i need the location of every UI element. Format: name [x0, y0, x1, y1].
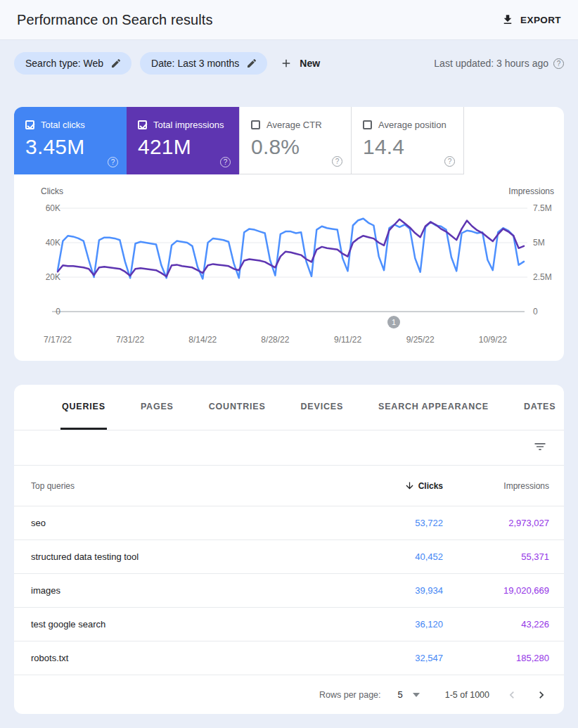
page-title: Performance on Search results: [17, 12, 213, 28]
right-axis-tick: 5M: [533, 238, 545, 248]
clicks-line: [58, 219, 524, 279]
tab-pages[interactable]: PAGES: [139, 385, 175, 430]
export-button[interactable]: EXPORT: [501, 13, 561, 26]
tab-queries[interactable]: QUERIES: [60, 385, 107, 430]
query-cell: robots.txt: [31, 653, 345, 663]
pagination-range: 1-5 of 1000: [445, 690, 489, 700]
new-filter-button[interactable]: New: [280, 57, 320, 70]
right-axis-tick: 7.5M: [533, 203, 552, 213]
download-icon: [501, 13, 514, 26]
table-row[interactable]: test google search36,12043,226: [14, 608, 564, 641]
table-row[interactable]: seo53,7222,973,027: [14, 506, 564, 540]
table-header-row: Top queries Clicks Impressions: [14, 466, 564, 506]
timeseries-chart[interactable]: [14, 107, 564, 361]
dimensions-table-panel: QUERIES PAGES COUNTRIES DEVICES SEARCH A…: [14, 385, 564, 714]
impressions-cell: 19,020,669: [443, 585, 549, 596]
x-axis-tick-label: 10/9/22: [479, 335, 507, 345]
impressions-cell: 2,973,027: [443, 518, 549, 528]
date-chip[interactable]: Date: Last 3 months: [140, 52, 267, 75]
chevron-right-icon: [534, 688, 548, 702]
x-axis-tick-label: 8/14/22: [188, 335, 217, 345]
table-row[interactable]: structured data testing tool40,45255,371: [14, 540, 564, 574]
filter-icon: [533, 440, 547, 454]
next-page-button[interactable]: [534, 688, 548, 702]
sort-arrow-down-icon: [404, 480, 415, 491]
x-axis-tick-label: 7/17/22: [44, 335, 72, 345]
last-updated: Last updated: 3 hours ago: [434, 58, 564, 69]
help-icon[interactable]: [553, 58, 564, 69]
tab-devices[interactable]: DEVICES: [300, 385, 345, 430]
right-axis-title: Impressions: [508, 186, 554, 196]
table-body: seo53,7222,973,027structured data testin…: [14, 506, 564, 675]
column-header-clicks[interactable]: Clicks: [345, 480, 443, 491]
left-axis-tick: 40K: [14, 238, 60, 248]
clicks-cell: 40,452: [345, 551, 443, 562]
export-label: EXPORT: [520, 15, 561, 25]
query-cell: structured data testing tool: [31, 551, 345, 562]
column-header-top-queries[interactable]: Top queries: [31, 481, 345, 491]
top-bar: Performance on Search results EXPORT: [0, 0, 578, 40]
search-type-chip[interactable]: Search type: Web: [14, 52, 131, 75]
query-cell: seo: [31, 518, 345, 528]
rows-per-page-label: Rows per page:: [319, 690, 381, 700]
previous-page-button[interactable]: [505, 688, 519, 702]
clicks-cell: 39,934: [345, 585, 443, 596]
right-axis-tick: 0: [533, 307, 538, 317]
performance-chart-panel: Total clicks 3.45M Total impressions 421…: [14, 107, 564, 361]
table-row[interactable]: robots.txt32,547185,280: [14, 641, 564, 675]
new-filter-label: New: [300, 58, 320, 69]
right-axis-tick: 2.5M: [533, 272, 552, 282]
table-toolbar: [14, 430, 564, 466]
plus-icon: [280, 57, 293, 70]
query-cell: test google search: [31, 619, 345, 630]
query-cell: images: [31, 585, 345, 596]
column-header-clicks-label: Clicks: [418, 481, 443, 491]
pagination-bar: Rows per page: 5 1-5 of 1000: [14, 675, 564, 714]
x-axis-tick-label: 7/31/22: [116, 335, 144, 345]
tab-countries[interactable]: COUNTRIES: [207, 385, 267, 430]
pencil-icon: [110, 58, 122, 69]
x-axis-tick-label: 8/28/22: [261, 335, 289, 345]
tab-dates[interactable]: DATES: [522, 385, 557, 430]
clicks-cell: 32,547: [345, 653, 443, 663]
last-updated-text: Last updated: 3 hours ago: [434, 58, 548, 69]
dimension-tabs: QUERIES PAGES COUNTRIES DEVICES SEARCH A…: [14, 385, 564, 430]
annotation-badge[interactable]: 1: [387, 316, 400, 328]
date-chip-label: Date: Last 3 months: [151, 58, 239, 69]
left-axis-tick: 60K: [14, 203, 60, 213]
filter-table-button[interactable]: [533, 440, 547, 454]
left-axis-title: Clicks: [41, 186, 63, 196]
impressions-cell: 55,371: [443, 551, 549, 562]
x-axis-tick-label: 9/25/22: [406, 335, 435, 345]
tab-search-appearance[interactable]: SEARCH APPEARANCE: [377, 385, 490, 430]
rows-per-page-value[interactable]: 5: [398, 689, 403, 700]
column-header-impressions[interactable]: Impressions: [443, 481, 549, 491]
rows-per-page-dropdown-icon[interactable]: [413, 693, 420, 697]
clicks-cell: 36,120: [345, 619, 443, 630]
table-row[interactable]: images39,93419,020,669: [14, 574, 564, 608]
chevron-left-icon: [505, 688, 519, 702]
left-axis-tick: 20K: [14, 272, 60, 282]
clicks-cell: 53,722: [345, 518, 443, 528]
pencil-icon: [246, 58, 257, 69]
filter-bar: Search type: Web Date: Last 3 months New…: [0, 40, 578, 87]
left-axis-tick: 0: [14, 307, 60, 317]
impressions-cell: 43,226: [443, 619, 549, 630]
impressions-cell: 185,280: [443, 653, 549, 663]
search-type-chip-label: Search type: Web: [25, 58, 103, 69]
x-axis-tick-label: 9/11/22: [334, 335, 361, 345]
